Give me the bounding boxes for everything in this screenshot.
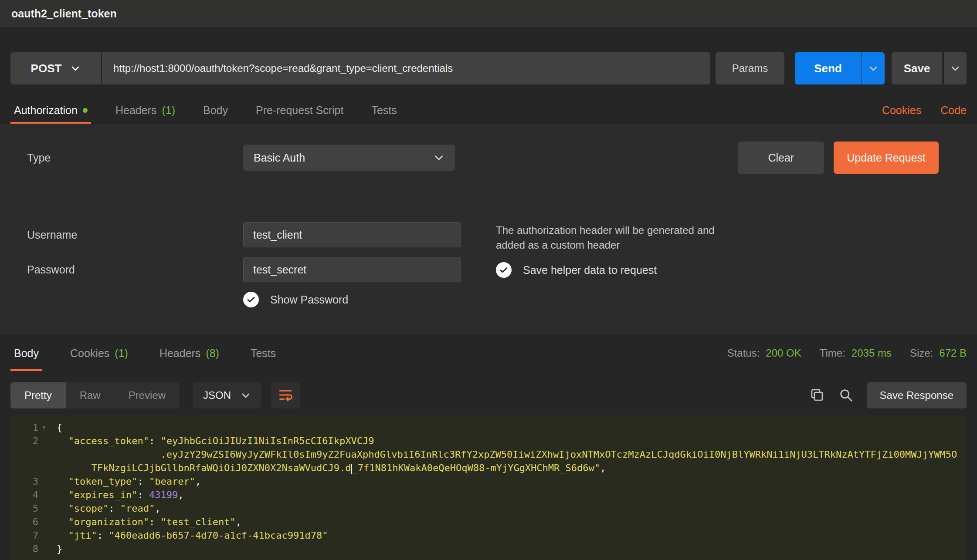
code-line: .eyJzY29wZSI6WyJyZWFkIl0sIm9yZ2FuaXphdGl… <box>57 448 967 461</box>
auth-helper-line2: added as a custom header <box>496 238 715 253</box>
preview-mode-button[interactable]: Preview <box>115 382 180 408</box>
fold-toggle-icon[interactable]: ▾ <box>38 421 50 434</box>
code-link[interactable]: Code <box>940 104 967 117</box>
cookies-link[interactable]: Cookies <box>882 104 921 117</box>
chevron-down-icon <box>241 390 251 401</box>
auth-type-row: Type Basic Auth Clear Update Request <box>0 124 977 195</box>
save-response-button[interactable]: Save Response <box>867 382 967 408</box>
response-tab-tests-label: Tests <box>251 347 276 360</box>
response-tab-headers-count: (8) <box>206 347 219 360</box>
save-options-button[interactable] <box>944 52 967 84</box>
tab-pre-request-script[interactable]: Pre-request Script <box>252 97 347 124</box>
code-line: "access_token": "eyJhbGciOiJIUzI1NiIsInR… <box>57 434 967 448</box>
response-tab-body-label: Body <box>14 347 39 360</box>
response-code-gutter: 1▾2345678 <box>10 421 52 560</box>
response-tab-body[interactable]: Body <box>10 335 42 371</box>
code-line: TFkNzgiLCJjbGllbnRfaWQiOiJ0ZXN0X2NsaWVud… <box>57 461 967 475</box>
time-value: 2035 ms <box>851 347 892 359</box>
request-builder: POST Params Send Save <box>0 52 977 335</box>
response-tab-headers-label: Headers <box>159 347 201 360</box>
auth-type-label: Type <box>27 152 243 164</box>
copy-response-button[interactable] <box>809 387 825 404</box>
chevron-down-icon <box>70 63 81 74</box>
chevron-down-icon <box>950 63 960 74</box>
response-tabs: Body Cookies (1) Headers (8) Tests Statu… <box>10 335 967 371</box>
size-label: Size: <box>910 347 933 359</box>
wrap-text-icon <box>277 387 294 405</box>
tab-headers[interactable]: Headers (1) <box>112 97 179 124</box>
tab-authorization-label: Authorization <box>14 104 78 117</box>
response-toolbar-right: Save Response <box>809 382 967 408</box>
response-format-dropdown[interactable]: JSON <box>193 382 261 408</box>
params-button[interactable]: Params <box>716 52 784 84</box>
auth-helper-text: The authorization header will be generat… <box>496 223 715 253</box>
request-tab-title[interactable]: oauth2_client_token <box>11 7 117 20</box>
response-code-lines: { "access_token": "eyJhbGciOiJIUzI1NiIsI… <box>52 421 967 560</box>
save-helper-checkbox[interactable] <box>496 262 512 278</box>
pretty-mode-button[interactable]: Pretty <box>10 382 66 408</box>
status-value: 200 OK <box>766 347 801 359</box>
raw-mode-button[interactable]: Raw <box>66 382 115 408</box>
send-options-button[interactable] <box>861 52 885 84</box>
response-tab-headers[interactable]: Headers (8) <box>156 335 223 371</box>
tab-tests-label: Tests <box>371 104 397 117</box>
search-response-button[interactable] <box>838 387 854 404</box>
update-request-button[interactable]: Update Request <box>834 142 939 174</box>
response-tab-tests[interactable]: Tests <box>247 335 279 371</box>
tab-headers-label: Headers <box>115 104 157 117</box>
chevron-down-icon <box>868 63 879 74</box>
code-line: } <box>57 542 967 556</box>
save-button[interactable]: Save <box>892 52 942 84</box>
code-line: "scope": "read", <box>57 502 967 515</box>
check-icon <box>246 294 256 305</box>
code-line: "organization": "test_client", <box>57 515 967 529</box>
password-input[interactable] <box>243 257 461 282</box>
url-input[interactable] <box>102 52 710 84</box>
response-format-value: JSON <box>203 389 231 401</box>
method-label: POST <box>31 62 62 75</box>
time-label: Time: <box>820 347 845 359</box>
copy-icon <box>809 387 825 404</box>
request-links: Cookies Code <box>882 104 967 117</box>
chevron-down-icon <box>433 152 444 163</box>
save-helper-label: Save helper data to request <box>523 264 657 277</box>
tab-body-label: Body <box>203 104 228 117</box>
credentials-left: Username Password Show Password <box>27 222 461 307</box>
search-icon <box>838 387 854 404</box>
auth-configured-dot <box>83 108 88 113</box>
postman-app: oauth2_client_token POST Params Send <box>0 0 977 560</box>
tab-pre-request-script-label: Pre-request Script <box>256 104 343 117</box>
tab-body[interactable]: Body <box>200 97 231 124</box>
username-label: Username <box>27 229 243 241</box>
username-input[interactable] <box>243 222 461 247</box>
response-viewer: Body Cookies (1) Headers (8) Tests Statu… <box>0 335 977 560</box>
check-icon <box>499 265 509 275</box>
send-button[interactable]: Send <box>795 52 861 84</box>
code-line: "token_type": "bearer", <box>57 475 967 488</box>
wrap-text-button[interactable] <box>271 382 300 408</box>
save-button-group: Save <box>892 52 967 84</box>
auth-type-value: Basic Auth <box>254 152 305 164</box>
size-value: 672 B <box>939 347 967 359</box>
status-label: Status: <box>727 347 760 359</box>
code-line: { <box>57 421 967 434</box>
tab-authorization[interactable]: Authorization <box>10 97 91 124</box>
credentials-right: The authorization header will be generat… <box>496 222 715 307</box>
response-tab-cookies-count: (1) <box>115 347 128 360</box>
tab-headers-count: (1) <box>162 104 175 117</box>
tab-tests[interactable]: Tests <box>368 97 400 124</box>
response-body-editor: 1▾2345678 { "access_token": "eyJhbGciOiJ… <box>10 415 967 560</box>
response-toolbar: Pretty Raw Preview JSON <box>10 382 967 408</box>
show-password-checkbox[interactable] <box>243 292 259 307</box>
view-mode-switch: Pretty Raw Preview <box>10 382 180 408</box>
show-password-label: Show Password <box>270 293 348 306</box>
request-tab-bar: oauth2_client_token <box>0 0 977 28</box>
username-row: Username <box>27 222 461 247</box>
response-tab-cookies-label: Cookies <box>70 347 109 360</box>
password-row: Password <box>27 257 461 282</box>
code-line: "jti": "460eadd6-b657-4d70-a1cf-41bcac99… <box>57 529 967 542</box>
clear-button[interactable]: Clear <box>738 142 824 174</box>
auth-type-dropdown[interactable]: Basic Auth <box>243 145 455 171</box>
response-tab-cookies[interactable]: Cookies (1) <box>67 335 132 371</box>
method-dropdown[interactable]: POST <box>10 52 102 84</box>
